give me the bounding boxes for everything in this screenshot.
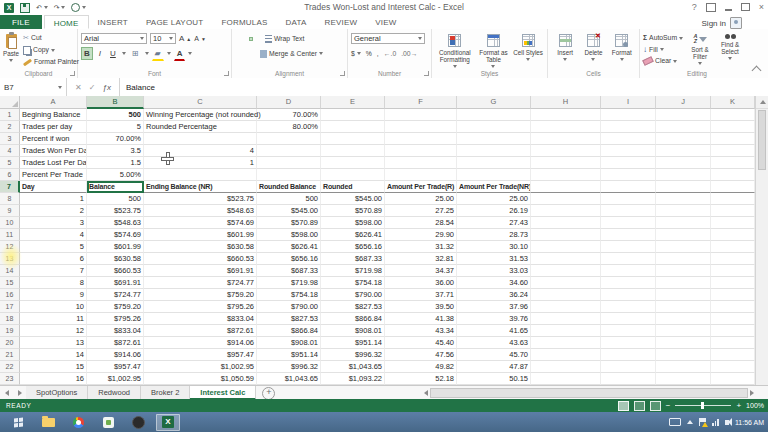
column-header-H[interactable]: H xyxy=(531,96,601,109)
name-box[interactable]: B7 xyxy=(0,78,67,96)
font-name-select[interactable]: Arial xyxy=(81,33,147,44)
cell-K1[interactable] xyxy=(711,109,755,121)
cell-F10[interactable]: 28.54 xyxy=(385,217,457,229)
cell-H13[interactable] xyxy=(531,253,601,265)
cell-C10[interactable]: $574.69 xyxy=(144,217,257,229)
sheet-tab-spotoptions[interactable]: SpotOptions xyxy=(26,386,88,400)
cell-E6[interactable] xyxy=(321,169,385,181)
cell-D18[interactable]: $827.53 xyxy=(257,313,321,325)
cell-J18[interactable] xyxy=(656,313,711,325)
font-dialog-launcher-icon[interactable] xyxy=(224,71,229,76)
cell-F8[interactable]: 25.00 xyxy=(385,193,457,205)
cell-A21[interactable]: 14 xyxy=(20,349,87,361)
cell-J19[interactable] xyxy=(656,325,711,337)
cell-F20[interactable]: 45.40 xyxy=(385,337,457,349)
cell-A15[interactable]: 8 xyxy=(20,277,87,289)
cell-B12[interactable]: $601.99 xyxy=(87,241,144,253)
column-header-B[interactable]: B xyxy=(87,96,144,109)
cell-C18[interactable]: $833.04 xyxy=(144,313,257,325)
row-header-16[interactable]: 16 xyxy=(0,289,20,301)
cell-K2[interactable] xyxy=(711,121,755,133)
align-center-button[interactable] xyxy=(242,52,246,56)
cell-A10[interactable]: 3 xyxy=(20,217,87,229)
cell-H8[interactable] xyxy=(531,193,601,205)
clock[interactable]: 11:56 AM xyxy=(735,419,764,426)
row-header-19[interactable]: 19 xyxy=(0,325,20,337)
cell-I9[interactable] xyxy=(601,205,656,217)
restore-icon[interactable] xyxy=(741,3,750,11)
cell-H19[interactable] xyxy=(531,325,601,337)
cell-E20[interactable]: $951.14 xyxy=(321,337,385,349)
comma-style-button[interactable]: , xyxy=(377,49,379,59)
accounting-format-button[interactable]: $ xyxy=(351,49,361,59)
row-header-6[interactable]: 6 xyxy=(0,169,20,181)
cell-D5[interactable] xyxy=(257,157,321,169)
cell-C19[interactable]: $872.61 xyxy=(144,325,257,337)
cell-K13[interactable] xyxy=(711,253,755,265)
cell-K16[interactable] xyxy=(711,289,755,301)
touch-keyboard-icon[interactable] xyxy=(669,418,681,426)
enter-icon[interactable]: ✓ xyxy=(89,83,96,92)
help-icon[interactable]: ? xyxy=(692,2,697,12)
cell-A14[interactable]: 7 xyxy=(20,265,87,277)
cell-C13[interactable]: $660.53 xyxy=(144,253,257,265)
cell-A16[interactable]: 9 xyxy=(20,289,87,301)
row-header-23[interactable]: 23 xyxy=(0,373,20,385)
cell-H15[interactable] xyxy=(531,277,601,289)
insert-cells-button[interactable]: Insert xyxy=(551,32,579,61)
cell-E5[interactable] xyxy=(321,157,385,169)
cell-H16[interactable] xyxy=(531,289,601,301)
cell-B10[interactable]: $548.63 xyxy=(87,217,144,229)
cell-B9[interactable]: $523.75 xyxy=(87,205,144,217)
volume-icon[interactable] xyxy=(725,420,729,425)
cell-H9[interactable] xyxy=(531,205,601,217)
sheet-tab-redwood[interactable]: Redwood xyxy=(88,386,141,400)
insert-function-icon[interactable]: ƒx xyxy=(102,83,110,92)
row-header-17[interactable]: 17 xyxy=(0,301,20,313)
cell-B23[interactable]: $1,002.95 xyxy=(87,373,144,385)
tab-home[interactable]: HOME xyxy=(44,15,89,29)
cell-A22[interactable]: 15 xyxy=(20,361,87,373)
cell-K8[interactable] xyxy=(711,193,755,205)
tab-formulas[interactable]: FORMULAS xyxy=(212,15,276,29)
cell-J15[interactable] xyxy=(656,277,711,289)
cell-C3[interactable] xyxy=(144,133,257,145)
cell-J14[interactable] xyxy=(656,265,711,277)
cell-F2[interactable] xyxy=(385,121,457,133)
cell-F12[interactable]: 31.32 xyxy=(385,241,457,253)
fill-button[interactable]: ↓Fill xyxy=(643,45,683,55)
tab-file[interactable]: FILE xyxy=(0,15,42,29)
cell-H1[interactable] xyxy=(531,109,601,121)
row-header-22[interactable]: 22 xyxy=(0,361,20,373)
column-header-A[interactable]: A xyxy=(20,96,87,109)
cell-G21[interactable]: 45.70 xyxy=(457,349,531,361)
row-header-7[interactable]: 7 xyxy=(0,181,20,193)
cell-J4[interactable] xyxy=(656,145,711,157)
column-header-D[interactable]: D xyxy=(257,96,321,109)
cell-H3[interactable] xyxy=(531,133,601,145)
cell-E11[interactable]: $626.41 xyxy=(321,229,385,241)
row-header-5[interactable]: 5 xyxy=(0,157,20,169)
cell-D6[interactable] xyxy=(257,169,321,181)
number-format-select[interactable]: General xyxy=(351,33,425,44)
cell-I20[interactable] xyxy=(601,337,656,349)
cell-I17[interactable] xyxy=(601,301,656,313)
cell-G9[interactable]: 26.19 xyxy=(457,205,531,217)
format-cells-button[interactable]: Format xyxy=(608,32,636,61)
scroll-left-icon[interactable] xyxy=(424,390,428,396)
cell-C12[interactable]: $630.58 xyxy=(144,241,257,253)
cell-F21[interactable]: 47.56 xyxy=(385,349,457,361)
cell-I7[interactable] xyxy=(601,181,656,193)
cell-B18[interactable]: $795.26 xyxy=(87,313,144,325)
column-header-G[interactable]: G xyxy=(457,96,531,109)
increase-decimal-icon[interactable]: ←.0 xyxy=(384,49,396,59)
cell-A9[interactable]: 2 xyxy=(20,205,87,217)
cell-H17[interactable] xyxy=(531,301,601,313)
cell-E4[interactable] xyxy=(321,145,385,157)
cell-E10[interactable]: $598.00 xyxy=(321,217,385,229)
grow-font-button[interactable]: A▲ xyxy=(179,34,191,44)
zoom-slider[interactable] xyxy=(675,405,731,406)
cell-A19[interactable]: 12 xyxy=(20,325,87,337)
cell-D23[interactable]: $1,043.65 xyxy=(257,373,321,385)
cell-K17[interactable] xyxy=(711,301,755,313)
